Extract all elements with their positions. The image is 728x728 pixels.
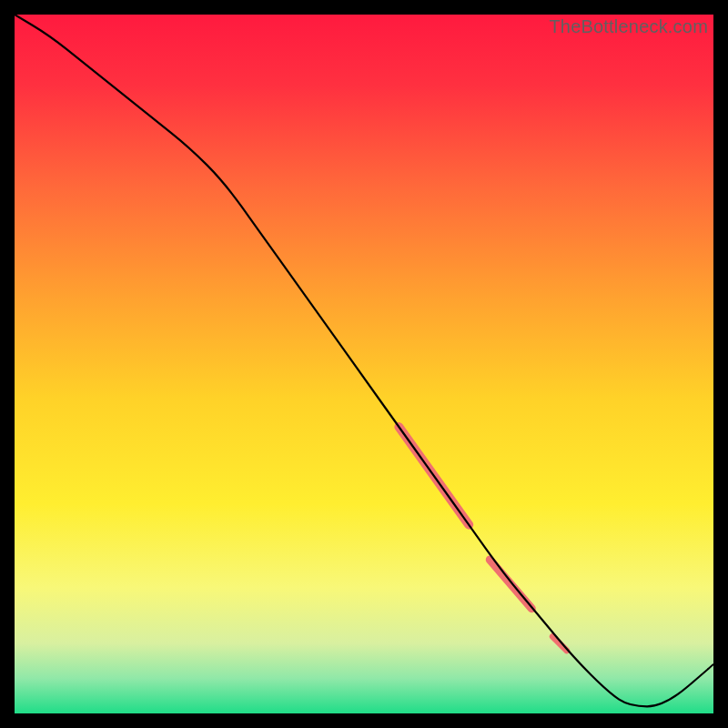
chart-svg	[15, 15, 713, 713]
gradient-background	[15, 15, 713, 713]
plot-area: TheBottleneck.com	[15, 15, 713, 713]
chart-frame: TheBottleneck.com	[0, 0, 728, 728]
watermark-text: TheBottleneck.com	[549, 16, 708, 37]
